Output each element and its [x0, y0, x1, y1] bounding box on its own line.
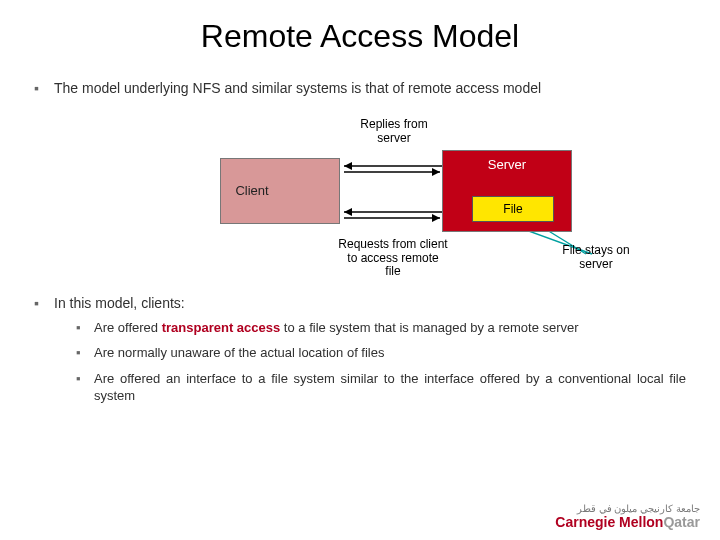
slide-body: The model underlying NFS and similar sys… — [0, 79, 720, 405]
bullet-model-header: In this model, clients: Are offered tran… — [34, 294, 686, 405]
bullet-model-header-text: In this model, clients: — [54, 295, 185, 311]
bullet-intro: The model underlying NFS and similar sys… — [34, 79, 686, 98]
slide-title: Remote Access Model — [0, 18, 720, 55]
replies-label: Replies from server — [344, 118, 444, 146]
sub1c: to a file system that is managed by a re… — [280, 320, 578, 335]
branding-arabic: جامعة كارنيجي ميلون في قطر — [555, 504, 700, 514]
subbullet-3: Are offered an interface to a file syste… — [76, 370, 686, 405]
sub1a: Are offered — [94, 320, 162, 335]
diagram: Client Server File Replies from server R… — [34, 106, 686, 286]
transparent-access-emph: transparent access — [162, 320, 281, 335]
branding: جامعة كارنيجي ميلون في قطر Carnegie Mell… — [555, 504, 700, 530]
branding-cmu: Carnegie Mellon — [555, 514, 663, 530]
filestays-label: File stays on server — [556, 244, 636, 272]
file-box: File — [472, 196, 554, 222]
subbullet-2: Are normally unaware of the actual locat… — [76, 344, 686, 362]
requests-label: Requests from client to access remote fi… — [338, 238, 448, 279]
branding-qatar: Qatar — [663, 514, 700, 530]
client-box: Client — [220, 158, 340, 224]
subbullet-1: Are offered transparent access to a file… — [76, 319, 686, 337]
